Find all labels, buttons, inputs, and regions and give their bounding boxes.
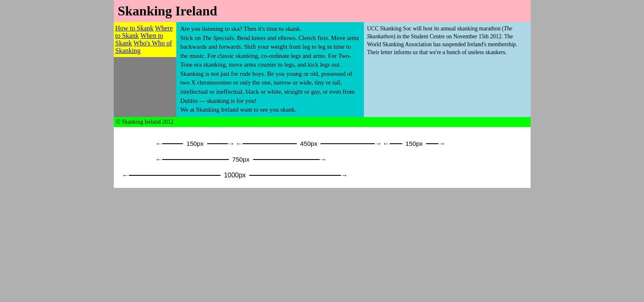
arrow-left-750: ← <box>155 155 163 164</box>
arrow-left-2: ← <box>236 140 243 148</box>
arrow-right-3: → <box>439 140 446 148</box>
arrow-right-750: → <box>320 155 327 164</box>
arrow-left-1000: ← <box>122 171 129 180</box>
arrow-left-3: ← <box>383 140 390 148</box>
line-1a <box>162 143 183 144</box>
left-column: How to Skank Where to Skank When to Skan… <box>114 22 176 117</box>
measure-row-1: ← 150px → ← 450px → ← 150px → <box>155 140 522 148</box>
measure-row-2: ← 750px → <box>155 155 522 164</box>
left-gray-area <box>114 57 176 117</box>
nav-link-how[interactable]: How to Skank <box>115 25 154 32</box>
line-750b <box>253 159 320 160</box>
arrow-right-1: → <box>228 140 235 148</box>
line-3a <box>390 143 402 144</box>
label-450: 450px <box>300 140 317 147</box>
label-750: 750px <box>232 156 249 163</box>
sidebar-column: UCC Skanking Soc will host its annual sk… <box>364 22 531 117</box>
label-150-2: 150px <box>406 140 423 147</box>
site-footer: © Skanking Ireland 2012 <box>114 117 531 127</box>
line-1000b <box>249 175 341 176</box>
nav-section: How to Skank Where to Skank When to Skan… <box>114 22 176 57</box>
page-wrapper: Skanking Ireland How to Skank Where to S… <box>114 0 531 127</box>
site-header: Skanking Ireland <box>114 0 531 22</box>
line-2a <box>243 143 297 144</box>
arrow-left-1: ← <box>155 140 163 148</box>
content-section: Are you listening to ska? Then it's time… <box>176 22 364 117</box>
site-title: Skanking Ireland <box>114 3 218 18</box>
line-1b <box>207 143 228 144</box>
line-1000a <box>129 175 221 176</box>
specials-italic: The Specials <box>202 35 234 41</box>
label-150-1: 150px <box>186 140 203 147</box>
arrow-right-1000: → <box>341 171 348 180</box>
label-1000: 1000px <box>224 172 246 179</box>
line-750a <box>162 159 229 160</box>
content-para3: Skanking is not just for rude boys. Be y… <box>180 70 360 105</box>
content-para2: Stick on The Specials. Bend knees and el… <box>180 34 360 70</box>
measure-row-3: ← 1000px → <box>122 171 522 180</box>
line-2b <box>321 143 375 144</box>
content-para4: We at Skanking Ireland want to see you s… <box>180 105 360 115</box>
footer-text: © Skanking Ireland 2012 <box>116 119 174 125</box>
middle-column: Are you listening to ska? Then it's time… <box>176 22 364 117</box>
main-layout: How to Skank Where to Skank When to Skan… <box>114 22 531 117</box>
arrow-right-2: → <box>375 140 382 148</box>
skankathon-italic: The Skankathon <box>367 25 513 40</box>
sidebar-text: UCC Skanking Soc will host its annual sk… <box>367 25 527 56</box>
line-3b <box>426 143 439 144</box>
content-para1: Are you listening to ska? Then it's time… <box>180 25 360 34</box>
measurements-section: ← 150px → ← 450px → ← 150px → ← 750px → … <box>114 127 531 188</box>
